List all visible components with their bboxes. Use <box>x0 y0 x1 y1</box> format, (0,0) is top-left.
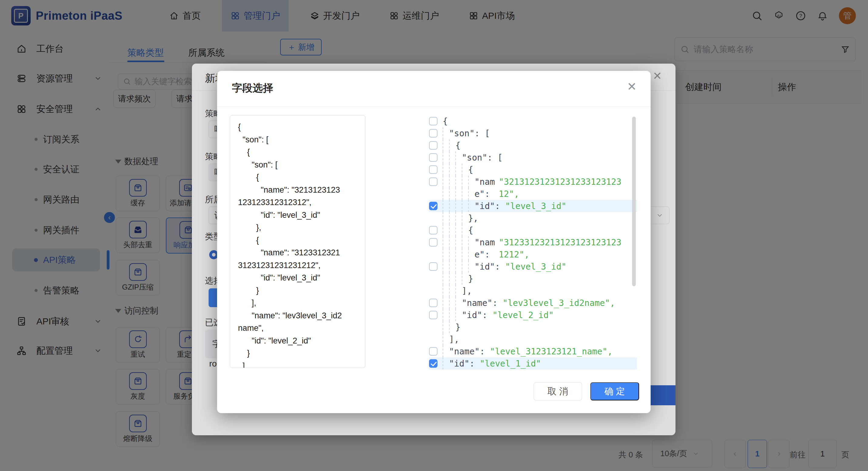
indent-guide <box>443 321 449 333</box>
indent-guide <box>455 309 462 321</box>
indent-guide <box>443 152 449 164</box>
checkbox-unchecked[interactable] <box>429 141 437 149</box>
close-icon[interactable]: ✕ <box>627 80 637 93</box>
checkbox-unchecked[interactable] <box>429 262 437 271</box>
tree-row-7: "id": "level_3_id" <box>429 200 637 212</box>
tree-key: "name": <box>462 298 503 308</box>
indent-guide <box>455 273 462 285</box>
tree-key: "nam <box>474 237 499 247</box>
indent-guide <box>443 248 449 261</box>
tree-row-20: "id": "level_1_id" <box>429 358 637 370</box>
tree-key: } <box>455 322 461 332</box>
indent-guide <box>449 309 455 321</box>
tree-row-18: ], <box>429 333 637 345</box>
indent-guide <box>443 212 449 224</box>
indent-guide <box>449 152 455 164</box>
tree-value: "32131231231231233123123 <box>499 177 621 187</box>
checkbox-unchecked[interactable] <box>429 226 437 234</box>
indent-guide <box>462 261 468 273</box>
tree-row-5: "nam"32131231231231233123123 <box>429 176 637 188</box>
indent-guide <box>455 176 462 188</box>
tree-row-16: "id": "level_2_id" <box>429 309 637 321</box>
indent-guide <box>443 200 449 212</box>
modal-title: 字段选择 <box>232 81 273 95</box>
tree-scrollbar[interactable] <box>632 116 636 286</box>
indent-guide <box>443 176 449 188</box>
tree-key: e": <box>474 189 499 199</box>
field-select-modal: 字段选择 ✕ { "son": [ { "son": [ { "name": "… <box>217 71 651 413</box>
tree-key: "nam <box>474 177 499 187</box>
indent-guide <box>443 188 449 200</box>
tree-row-9: { <box>429 224 637 236</box>
tree-value: "31233123213123123123123 <box>499 237 621 247</box>
tree-row-0: { <box>429 115 637 127</box>
tree-key: "id": <box>474 201 505 211</box>
indent-guide <box>462 224 468 236</box>
tree-value: "level_1_id" <box>479 359 541 369</box>
tree-row-14: ], <box>429 285 637 297</box>
indent-guide <box>462 200 468 212</box>
checkbox-unchecked[interactable] <box>429 129 437 137</box>
tree-row-11: e":1212", <box>429 248 637 261</box>
tree-key: { <box>468 225 473 235</box>
checkbox-unchecked[interactable] <box>429 165 437 174</box>
tree-value: "level_3_id" <box>505 201 566 211</box>
indent-guide <box>443 358 449 370</box>
indent-guide <box>449 212 455 224</box>
indent-guide <box>443 261 449 273</box>
tree-key: "son": [ <box>462 153 503 163</box>
app-window: P Primeton iPaaS 首页管理门户开发门户运维门户API市场 AI?… <box>0 0 868 471</box>
confirm-button[interactable]: 确 定 <box>590 382 639 400</box>
tree-row-10: "nam"31233123213123123123123 <box>429 236 637 248</box>
indent-guide <box>449 164 455 176</box>
checkbox-unchecked[interactable] <box>429 311 437 319</box>
indent-guide <box>449 321 455 333</box>
checkbox-unchecked[interactable] <box>429 347 437 356</box>
indent-guide <box>449 285 455 297</box>
tree-key: }, <box>468 213 478 223</box>
checkbox-unchecked[interactable] <box>429 153 437 162</box>
indent-guide <box>449 261 455 273</box>
indent-guide <box>443 309 449 321</box>
indent-guide <box>443 345 449 358</box>
tree-row-13: } <box>429 273 637 285</box>
source-json-panel[interactable]: { "son": [ { "son": [ { "name": "3213123… <box>230 115 365 368</box>
checkbox-unchecked[interactable] <box>429 299 437 307</box>
indent-guide <box>449 236 455 248</box>
tree-row-19: "name": "level_3123123121_name", <box>429 345 637 358</box>
tree-row-2: { <box>429 139 637 152</box>
tree-row-12: "id": "level_3_id" <box>429 261 637 273</box>
indent-guide <box>455 248 462 261</box>
tree-row-15: "name": "lev3level_3_id2name", <box>429 297 637 309</box>
indent-guide <box>455 236 462 248</box>
tree-key: "name": <box>449 346 490 357</box>
indent-guide <box>443 333 449 345</box>
checkbox-unchecked[interactable] <box>429 177 437 186</box>
tree-key: e": <box>474 249 499 260</box>
indent-guide <box>443 297 449 309</box>
indent-guide <box>455 224 462 236</box>
tree-row-6: e":12", <box>429 188 637 200</box>
indent-guide <box>462 188 468 200</box>
indent-guide <box>468 200 474 212</box>
indent-guide <box>455 261 462 273</box>
indent-guide <box>449 248 455 261</box>
tree-value: "lev3level_3_id2name", <box>503 298 615 308</box>
tree-key: ], <box>449 334 459 344</box>
checkbox-unchecked[interactable] <box>429 238 437 246</box>
checkbox-checked[interactable] <box>429 202 437 210</box>
indent-guide <box>468 261 474 273</box>
indent-guide <box>443 285 449 297</box>
indent-guide <box>443 224 449 236</box>
indent-guide <box>462 273 468 285</box>
checkbox-unchecked[interactable] <box>429 117 437 125</box>
indent-guide <box>462 236 468 248</box>
indent-guide <box>468 188 474 200</box>
checkbox-checked[interactable] <box>429 359 437 368</box>
cancel-button[interactable]: 取 消 <box>534 382 582 400</box>
indent-guide <box>449 188 455 200</box>
indent-guide <box>455 212 462 224</box>
indent-guide <box>468 236 474 248</box>
tree-key: { <box>468 165 473 175</box>
indent-guide <box>462 164 468 176</box>
